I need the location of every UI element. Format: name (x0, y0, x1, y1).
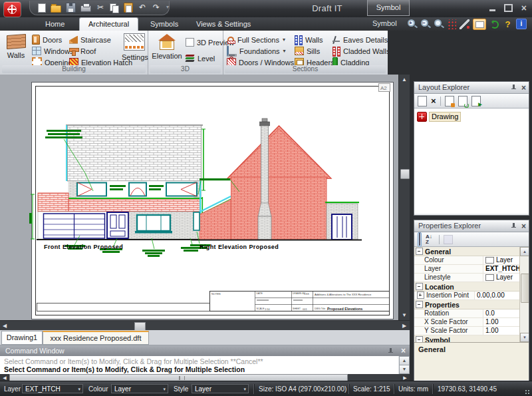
new-layout-icon[interactable] (418, 96, 427, 106)
info-icon[interactable]: i (516, 19, 527, 29)
property-insertion-point[interactable]: Insertion Point0.00,0.00 (414, 292, 520, 300)
delete-layout-icon[interactable]: × (431, 97, 436, 106)
copy-icon[interactable] (110, 3, 119, 12)
command-window-title: Command Window × (0, 345, 410, 356)
property-layer[interactable]: LayerEXT_HTCH (414, 265, 520, 274)
sort-az-icon[interactable]: A↓Z (426, 234, 435, 245)
category-symbol[interactable]: Symbol (414, 335, 520, 342)
collapse-icon[interactable] (416, 283, 423, 290)
help-icon[interactable]: ? (503, 19, 513, 29)
layout-pin-icon[interactable] (511, 85, 517, 91)
paste-icon[interactable] (124, 3, 133, 13)
resize-grip[interactable] (525, 389, 531, 395)
layout-tree[interactable]: Drawing (414, 108, 529, 214)
tb-sheet-value: 001 (303, 307, 307, 311)
print-icon[interactable] (80, 5, 91, 12)
collapse-icon[interactable] (416, 248, 423, 255)
zoom-extents-icon[interactable] (434, 19, 444, 29)
windows-button[interactable]: Windows (32, 46, 74, 56)
doc-tab-drawing1[interactable]: Drawing1 (1, 331, 43, 345)
style-combobox[interactable]: Layer▾ (192, 384, 249, 393)
property-y-scale[interactable]: Y Scale Factor1.00 (414, 327, 520, 335)
units-status: Units: mm (398, 385, 428, 393)
colour-combobox[interactable]: Layer▾ (111, 384, 168, 393)
app-menu-button[interactable] (3, 1, 21, 17)
collapse-icon[interactable] (416, 336, 423, 342)
elevation-button[interactable]: Elevation (151, 32, 183, 60)
cut-icon[interactable]: ✂ (96, 3, 105, 12)
minimize-button[interactable] (489, 9, 495, 11)
layout-item-drawing[interactable]: Drawing (417, 112, 461, 122)
full-sections-button[interactable]: Full Sections▾ (227, 35, 285, 45)
full-sections-icon (227, 36, 235, 44)
scroll-left-icon[interactable]: ◀ (0, 321, 9, 330)
eaves-details-button[interactable]: Eaves Details (332, 35, 388, 45)
properties-close-icon[interactable]: × (521, 221, 526, 232)
category-general[interactable]: General (414, 247, 520, 256)
settings-button[interactable]: Settings (122, 32, 147, 61)
tab-home[interactable]: Home (37, 17, 73, 31)
command-window: Command Window × Select Command or Item(… (0, 345, 410, 381)
property-rotation[interactable]: Rotation0.0 (414, 309, 520, 318)
import-layout-icon[interactable]: ▶ (471, 96, 481, 106)
grid-scroll-up-icon[interactable]: ▲ (520, 247, 529, 256)
sills-button[interactable]: Sills (295, 46, 320, 56)
walls-button[interactable]: Walls (3, 32, 29, 59)
grid-icon[interactable] (447, 19, 456, 29)
pin-icon[interactable] (388, 348, 394, 355)
walls-section-button[interactable]: Walls (295, 35, 323, 45)
property-colour[interactable]: ColourLayer (414, 256, 520, 265)
staircase-button[interactable]: Staircase (69, 35, 111, 45)
expand-icon[interactable] (417, 292, 424, 299)
level-button[interactable]: Level (186, 53, 215, 63)
context-tab-symbol[interactable]: Symbol (367, 0, 410, 16)
qat-customize-icon[interactable]: ▾ (166, 4, 169, 10)
scroll-down-icon[interactable]: ▼ (399, 311, 410, 319)
grid-scroll-down-icon[interactable]: ▼ (520, 333, 529, 342)
doc-tab-residence[interactable]: xxx Residence Proposed.dft (43, 331, 149, 345)
vertical-scroll-thumb[interactable] (400, 169, 410, 179)
save-icon[interactable] (66, 3, 76, 13)
scroll-right-icon[interactable]: ▶ (400, 321, 409, 330)
command-close-icon[interactable]: × (401, 345, 406, 356)
undo-icon[interactable]: ↶ (138, 3, 147, 12)
category-location[interactable]: Location (414, 282, 520, 292)
scroll-up-icon[interactable]: ▲ (399, 75, 410, 84)
redo-icon[interactable]: ↷ (152, 3, 161, 12)
roof-button[interactable]: Roof (69, 46, 96, 56)
open-icon[interactable] (51, 5, 61, 13)
property-x-scale[interactable]: X Scale Factor1.00 (414, 318, 520, 327)
property-linestyle[interactable]: LinestyleLayer (414, 274, 520, 282)
tab-architectural[interactable]: Architectural (79, 17, 138, 31)
property-grid-scrollbar[interactable]: ▲ ▼ (519, 247, 529, 342)
command-scroll-up-icon[interactable]: ▲ (399, 356, 410, 365)
command-vscrollbar[interactable]: ▲ ▼ (398, 356, 410, 374)
snap-icon[interactable] (460, 19, 469, 29)
tab-views-settings[interactable]: Views & Settings (188, 17, 259, 31)
layout-close-icon[interactable]: × (521, 83, 526, 94)
category-properties[interactable]: Properties (414, 300, 520, 309)
close-button[interactable]: × (521, 4, 527, 12)
drawing-board-icon[interactable] (473, 19, 486, 30)
properties-pin-icon[interactable] (511, 223, 517, 230)
drawing-canvas[interactable]: A2 (0, 75, 398, 320)
new-icon[interactable] (38, 3, 46, 13)
vertical-scrollbar[interactable]: ▲ ▼ (398, 75, 410, 320)
refresh-layout-icon[interactable] (458, 96, 467, 106)
horizontal-scrollbar[interactable]: ◀ ▶ (0, 320, 410, 331)
zoom-in-icon[interactable]: + (407, 19, 417, 29)
layer-combobox[interactable]: EXT_HTCH▾ (22, 384, 83, 393)
command-scroll-down-icon[interactable]: ▼ (399, 365, 410, 374)
foundations-button[interactable]: Foundations▾ (227, 46, 286, 56)
export-layout-icon[interactable] (445, 96, 454, 106)
maximize-button[interactable] (504, 4, 513, 12)
doors-button[interactable]: Doors (32, 35, 62, 45)
cladded-walls-button[interactable]: Cladded Walls (332, 46, 390, 56)
refresh-icon[interactable] (489, 19, 499, 29)
tab-symbols[interactable]: Symbols (142, 17, 187, 31)
grid-scroll-thumb[interactable] (521, 274, 529, 303)
command-history[interactable]: Select Command or Item(s) to Modify, Cli… (0, 356, 398, 375)
categorize-button[interactable] (418, 232, 422, 247)
collapse-icon[interactable] (416, 301, 423, 308)
zoom-out-icon[interactable]: − (420, 19, 430, 29)
